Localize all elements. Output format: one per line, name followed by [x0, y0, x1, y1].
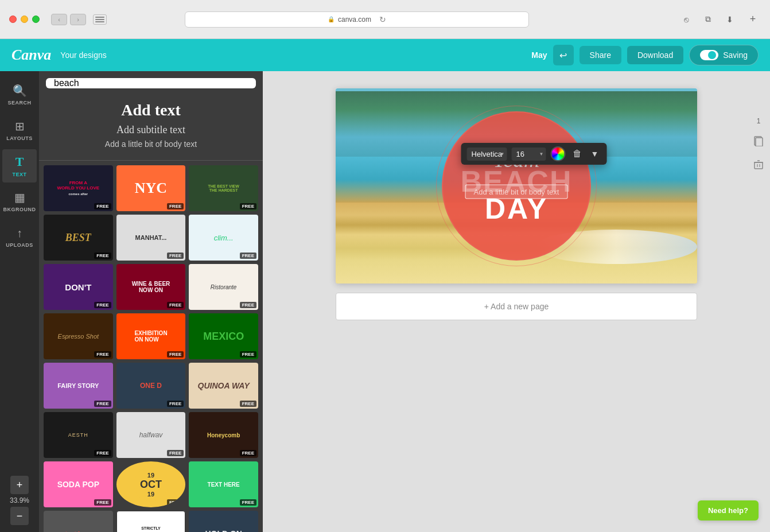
search-icon: 🔍 [13, 84, 27, 98]
template-oct[interactable]: 19OCT19 FREE [116, 461, 186, 507]
font-size-wrapper: 16 12 14 18 24 ▼ [512, 147, 546, 161]
add-text-button[interactable]: Add text [48, 101, 254, 119]
app-bar-right: May ↩ Share Download Saving [531, 45, 759, 65]
delete-text-button[interactable]: 🗑 [570, 147, 584, 160]
canvas-image[interactable]: Team BEACH DAY Helvetica Arial Georgia ▼ [336, 88, 697, 284]
download-browser-icon[interactable]: ⬇ [722, 11, 738, 28]
share-button[interactable]: Share [580, 46, 621, 64]
beach-text-day[interactable]: DAY [485, 195, 548, 223]
template-nyc[interactable]: NYC FREE [116, 165, 186, 211]
template-strictly[interactable]: STRICTLYNO PARKINGPRIVATE PRO FREE [116, 511, 186, 532]
duplicate-tab-icon[interactable]: ⧉ [700, 11, 716, 28]
template-fairy[interactable]: FAIRY STORY FREE [44, 363, 113, 409]
sidebar-item-search[interactable]: 🔍 SEARCH [2, 78, 37, 111]
search-box[interactable] [46, 78, 256, 88]
main-layout: 🔍 SEARCH ⊞ LAYOUTS T TEXT ▦ BKGROUND ↑ U… [0, 71, 770, 532]
template-holdon-text: HOLD ON [205, 529, 242, 532]
template-sodapop-badge: FREE [94, 499, 111, 506]
template-world[interactable]: FROM AWORLD YOU LOVEcomes after FREE [44, 165, 113, 211]
template-mexico-text: MEXICO [203, 331, 244, 343]
template-bestview[interactable]: THE BEST VIEWTHE HARDEST FREE [189, 165, 258, 211]
app-bar-title[interactable]: Your designs [60, 51, 106, 60]
template-oct-text: 19OCT19 [140, 472, 162, 498]
minimize-button[interactable] [21, 15, 28, 23]
template-honeycomb-text: Honeycomb [207, 432, 240, 438]
saving-button[interactable]: Saving [689, 45, 759, 65]
template-oned[interactable]: ONE D FREE [116, 363, 186, 409]
share-browser-icon[interactable]: ⎋ [678, 11, 694, 28]
address-bar[interactable]: 🔒 canva.com ↻ [185, 11, 529, 28]
expand-toolbar-button[interactable]: ▼ [589, 148, 601, 160]
color-wheel-button[interactable] [551, 146, 566, 161]
new-tab-button[interactable]: + [745, 11, 761, 28]
browser-actions: ⎋ ⧉ ⬇ [678, 11, 738, 28]
page-number: 1 [757, 117, 761, 125]
template-best-text: BEST [65, 232, 91, 244]
template-nyc-text: NYC [135, 180, 167, 197]
sidebar-item-background-label: BKGROUND [3, 207, 36, 212]
font-size-select[interactable]: 16 12 14 18 24 [512, 147, 546, 161]
add-subtitle-button[interactable]: Add subtitle text [48, 124, 254, 136]
download-button[interactable]: Download [627, 46, 683, 64]
template-dont-text: DON'T [65, 282, 91, 292]
undo-button[interactable]: ↩ [553, 45, 574, 65]
canvas-card[interactable]: Team BEACH DAY Helvetica Arial Georgia ▼ [336, 88, 697, 284]
add-body-button[interactable]: Add a little bit of body text [48, 139, 254, 149]
template-manhat-text: MANHAT... [135, 234, 167, 241]
template-texthere-badge: FREE [240, 499, 256, 506]
maximize-button[interactable] [32, 15, 40, 23]
add-page-button[interactable]: + Add a new page [336, 293, 697, 320]
template-exhibition[interactable]: EXHIBITIONON NOW FREE [116, 313, 186, 359]
canva-logo[interactable]: Canva [11, 46, 51, 64]
sidebar-item-background[interactable]: ▦ BKGROUND [2, 185, 37, 218]
template-dont[interactable]: DON'T FREE [44, 264, 113, 310]
zoom-in-button[interactable]: + [10, 476, 29, 494]
uploads-icon: ↑ [17, 227, 22, 240]
template-wine[interactable]: WINE & BEERNOW ON FREE [116, 264, 186, 310]
close-button[interactable] [9, 15, 17, 23]
zoom-value: 33.9% [10, 496, 29, 504]
search-input[interactable] [54, 78, 248, 88]
template-halfw[interactable]: halfwav FREE [116, 412, 186, 458]
template-sodapop[interactable]: SODA POP FREE [44, 461, 113, 507]
template-world-badge: FREE [94, 203, 111, 209]
template-best[interactable]: BEST FREE [44, 215, 113, 261]
forward-button[interactable]: › [70, 14, 86, 25]
sidebar-item-text[interactable]: T TEXT [2, 149, 37, 182]
url-text: canva.com [338, 15, 371, 24]
font-select-wrapper: Helvetica Arial Georgia ▼ [467, 147, 507, 161]
sidebar-item-uploads-label: UPLOADS [6, 242, 33, 248]
template-strictly-text: STRICTLYNO PARKINGPRIVATE PRO [138, 526, 164, 532]
template-restaurant[interactable]: Ristorante FREE [189, 264, 258, 310]
template-manhat[interactable]: MANHAT... FREE [116, 215, 186, 261]
template-texthere[interactable]: TEXT HERE FREE [189, 461, 258, 507]
template-texth2[interactable]: text here FREE [44, 511, 113, 532]
template-aesth[interactable]: AESTH FREE [44, 412, 113, 458]
sidebar-item-layouts[interactable]: ⊞ LAYOUTS [2, 114, 37, 147]
sidebar-toggle[interactable] [93, 14, 107, 25]
canvas-area[interactable]: Team BEACH DAY Helvetica Arial Georgia ▼ [263, 71, 770, 532]
body-text-selected[interactable]: Add a little bit of body text [465, 185, 568, 199]
reload-icon[interactable]: ↻ [379, 15, 386, 24]
template-holdon[interactable]: HOLD ON FREE [189, 511, 258, 532]
template-sodapop-text: SODA POP [57, 480, 99, 489]
template-quinoa-text: QUINOA WAY [198, 381, 250, 390]
template-halfw-text: halfwav [139, 431, 163, 439]
template-mexico[interactable]: MEXICO FREE [189, 313, 258, 359]
app-bar: Canva Your designs May ↩ Share Download … [0, 39, 770, 71]
template-climb[interactable]: clim... FREE [189, 215, 258, 261]
font-select[interactable]: Helvetica Arial Georgia [467, 147, 507, 161]
template-espresso[interactable]: Espresso Shot FREE [44, 313, 113, 359]
zoom-out-button[interactable]: − [10, 507, 29, 525]
duplicate-page-icon[interactable] [750, 132, 767, 149]
template-quinoa[interactable]: QUINOA WAY FREE [189, 363, 258, 409]
svg-rect-1 [756, 138, 763, 146]
template-texthere-text: TEXT HERE [208, 481, 240, 488]
template-honeycomb[interactable]: Honeycomb FREE [189, 412, 258, 458]
sidebar-item-layouts-label: LAYOUTS [6, 135, 33, 141]
back-button[interactable]: ‹ [51, 14, 67, 25]
template-bestview-badge: FREE [240, 203, 256, 209]
need-help-button[interactable]: Need help? [698, 500, 759, 521]
delete-page-icon[interactable] [750, 156, 767, 173]
sidebar-item-uploads[interactable]: ↑ UPLOADS [2, 220, 37, 254]
